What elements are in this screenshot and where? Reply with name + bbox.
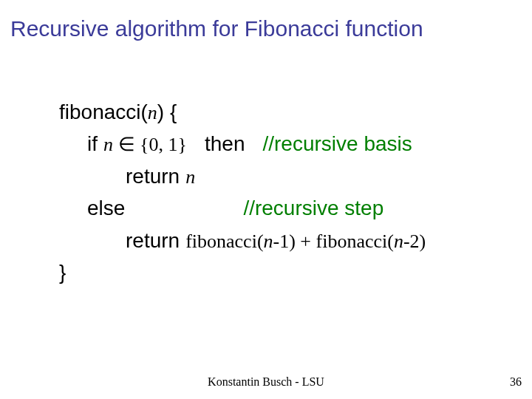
slide-title: Recursive algorithm for Fibonacci functi… xyxy=(10,16,522,41)
comment-basis: //recursive basis xyxy=(262,132,412,155)
code-block: fibonacci(n) { ifn ∈ {0, 1}then//recursi… xyxy=(59,96,502,288)
code-line-5: returnfibonacci(n-1) + fibonacci(n-2) xyxy=(59,225,502,256)
keyword-else: else xyxy=(87,197,125,219)
footer-author: Konstantin Busch - LSU xyxy=(0,375,532,389)
code-line-6: } xyxy=(59,256,502,288)
comment-step: //recursive step xyxy=(243,197,383,219)
return-n: n xyxy=(185,166,195,188)
close-brace: } xyxy=(59,261,66,284)
cond-n: n xyxy=(103,134,113,155)
slide: Recursive algorithm for Fibonacci functi… xyxy=(0,0,532,399)
expr-a: fibonacci( xyxy=(185,231,263,252)
code-line-2: ifn ∈ {0, 1}then//recursive basis xyxy=(59,128,502,160)
expr-b: -1) + fibonacci( xyxy=(273,231,394,252)
code-line-1: fibonacci(n) { xyxy=(59,96,502,128)
expr-c: -2) xyxy=(403,231,426,252)
code-line-3: returnn xyxy=(59,160,502,192)
keyword-return-1: return xyxy=(126,165,180,188)
text-paren-brace: ) { xyxy=(157,100,177,123)
param-n: n xyxy=(148,102,157,123)
expr-n1: n xyxy=(264,231,273,252)
code-line-4: else//recursive step xyxy=(59,192,502,224)
page-number: 36 xyxy=(510,375,522,389)
text-fibonacci-open: fibonacci( xyxy=(59,100,148,123)
cond-set: ∈ {0, 1} xyxy=(113,134,187,155)
keyword-return-2: return xyxy=(126,229,180,252)
keyword-then: then xyxy=(205,132,245,155)
keyword-if: if xyxy=(87,132,98,155)
expr-n2: n xyxy=(394,231,403,252)
